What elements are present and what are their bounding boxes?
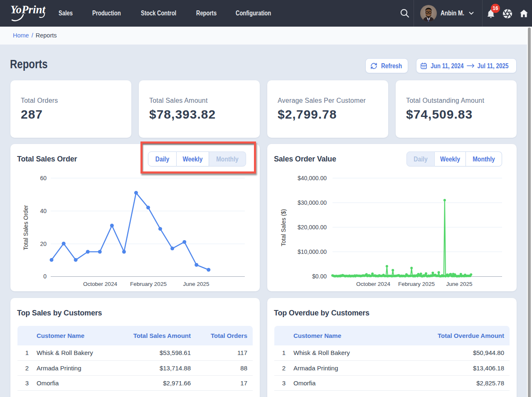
svg-text:40: 40 — [40, 208, 47, 214]
svg-text:February 2025: February 2025 — [130, 281, 167, 287]
svg-text:60: 60 — [40, 175, 47, 181]
svg-text:October 2024: October 2024 — [83, 281, 117, 287]
svg-text:$30,000.00: $30,000.00 — [298, 199, 327, 206]
svg-text:$10,000.00: $10,000.00 — [298, 248, 327, 255]
svg-text:October 2024: October 2024 — [356, 281, 390, 287]
svg-text:$0.00: $0.00 — [312, 273, 327, 280]
svg-text:June 2025: June 2025 — [183, 281, 209, 287]
svg-text:YoPrint: YoPrint — [10, 3, 46, 16]
svg-text:20: 20 — [40, 241, 47, 247]
svg-text:$40,000.00: $40,000.00 — [298, 175, 327, 181]
svg-text:February 2025: February 2025 — [398, 281, 435, 287]
svg-text:$20,000.00: $20,000.00 — [298, 224, 327, 231]
svg-text:Total Sales ($): Total Sales ($) — [280, 209, 287, 246]
svg-text:June 2025: June 2025 — [446, 281, 472, 287]
svg-text:0: 0 — [43, 273, 47, 280]
svg-text:Total Sales Order: Total Sales Order — [22, 205, 29, 250]
